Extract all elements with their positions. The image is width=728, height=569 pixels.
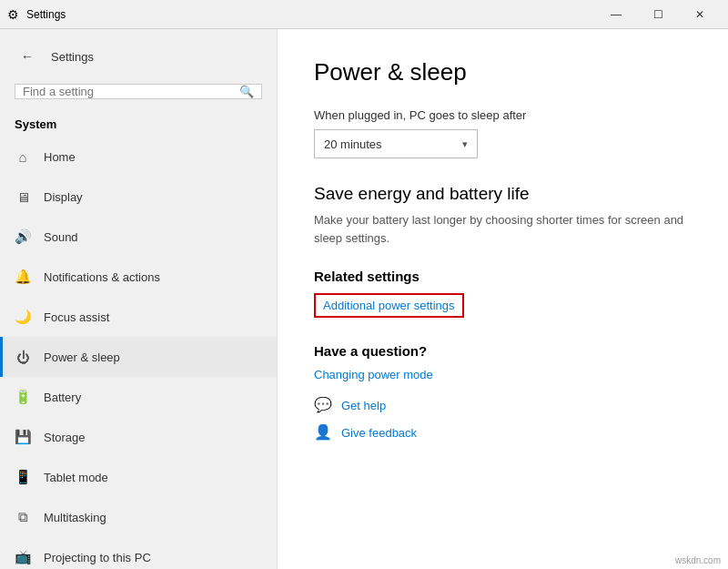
app-icon: ⚙	[7, 7, 19, 22]
search-icon[interactable]: 🔍	[239, 85, 254, 98]
energy-section-title: Save energy and battery life	[314, 184, 692, 204]
sidebar-app-title: Settings	[51, 50, 94, 64]
sound-label: Sound	[44, 230, 78, 244]
title-bar: ⚙ Settings — ☐ ✕	[0, 0, 728, 29]
maximize-button[interactable]: ☐	[637, 0, 679, 29]
title-bar-controls: — ☐ ✕	[595, 0, 721, 29]
sidebar-item-power[interactable]: ⏻ Power & sleep	[0, 337, 277, 377]
tablet-icon: 📱	[15, 469, 31, 485]
energy-section-desc: Make your battery last longer by choosin…	[314, 211, 692, 247]
close-button[interactable]: ✕	[679, 0, 721, 29]
related-settings-title: Related settings	[314, 269, 692, 284]
notifications-label: Notifications & actions	[44, 270, 160, 284]
sidebar-item-battery[interactable]: 🔋 Battery	[0, 377, 277, 417]
give-feedback-item: 👤 Give feedback	[314, 423, 692, 442]
search-box[interactable]: 🔍	[15, 84, 262, 99]
sidebar: ← Settings 🔍 System ⌂ Home 🖥 Display 🔊 S…	[0, 29, 278, 569]
minimize-button[interactable]: —	[595, 0, 637, 29]
focus-icon: 🌙	[15, 309, 31, 325]
dropdown-arrow-icon: ▾	[462, 138, 468, 150]
battery-icon: 🔋	[15, 389, 31, 405]
changing-power-mode-link[interactable]: Changing power mode	[314, 368, 692, 381]
app-body: ← Settings 🔍 System ⌂ Home 🖥 Display 🔊 S…	[0, 29, 728, 569]
sidebar-item-sound[interactable]: 🔊 Sound	[0, 217, 277, 257]
watermark: wskdn.com	[675, 555, 721, 565]
display-label: Display	[44, 190, 83, 204]
projecting-icon: 📺	[15, 549, 31, 565]
back-button[interactable]: ←	[15, 44, 40, 69]
search-input[interactable]	[23, 85, 239, 98]
nav-list: ⌂ Home 🖥 Display 🔊 Sound 🔔 Notifications…	[0, 137, 277, 569]
power-icon: ⏻	[15, 350, 31, 365]
sleep-value: 20 minutes	[324, 137, 382, 151]
give-feedback-link[interactable]: Give feedback	[341, 426, 417, 440]
related-settings-section: Related settings Additional power settin…	[314, 269, 692, 318]
sleep-label: When plugged in, PC goes to sleep after	[314, 108, 692, 122]
sidebar-item-focus[interactable]: 🌙 Focus assist	[0, 297, 277, 337]
give-feedback-icon: 👤	[314, 423, 332, 442]
storage-icon: 💾	[15, 429, 31, 445]
home-icon: ⌂	[15, 149, 31, 165]
sidebar-item-tablet[interactable]: 📱 Tablet mode	[0, 457, 277, 497]
notifications-icon: 🔔	[15, 269, 31, 285]
title-bar-title: Settings	[26, 8, 66, 21]
tablet-label: Tablet mode	[44, 471, 108, 484]
sidebar-item-projecting[interactable]: 📺 Projecting to this PC	[0, 537, 277, 569]
home-label: Home	[44, 150, 76, 164]
sidebar-item-notifications[interactable]: 🔔 Notifications & actions	[0, 257, 277, 297]
multitasking-label: Multitasking	[44, 511, 106, 524]
get-help-icon: 💬	[314, 396, 332, 414]
main-panel: Power & sleep When plugged in, PC goes t…	[278, 29, 728, 569]
sidebar-item-home[interactable]: ⌂ Home	[0, 137, 277, 177]
display-icon: 🖥	[15, 189, 31, 205]
sidebar-item-multitasking[interactable]: ⧉ Multitasking	[0, 497, 277, 537]
get-help-link[interactable]: Get help	[341, 399, 386, 412]
back-icon: ←	[21, 49, 34, 64]
battery-label: Battery	[44, 391, 81, 404]
focus-label: Focus assist	[44, 310, 109, 324]
sidebar-item-storage[interactable]: 💾 Storage	[0, 417, 277, 457]
additional-power-settings-link[interactable]: Additional power settings	[314, 293, 464, 318]
have-a-question-title: Have a question?	[314, 343, 692, 359]
sleep-dropdown[interactable]: 20 minutes ▾	[314, 129, 478, 158]
multitasking-icon: ⧉	[15, 509, 31, 525]
page-title: Power & sleep	[314, 58, 692, 86]
sidebar-header: ← Settings	[0, 29, 277, 76]
sidebar-item-display[interactable]: 🖥 Display	[0, 177, 277, 217]
sleep-setting-group: When plugged in, PC goes to sleep after …	[314, 108, 692, 158]
storage-label: Storage	[44, 431, 86, 444]
sound-icon: 🔊	[15, 229, 31, 245]
system-section-label: System	[0, 107, 277, 137]
title-bar-left: ⚙ Settings	[7, 7, 66, 22]
power-label: Power & sleep	[44, 351, 120, 364]
projecting-label: Projecting to this PC	[44, 551, 151, 564]
get-help-item: 💬 Get help	[314, 396, 692, 414]
